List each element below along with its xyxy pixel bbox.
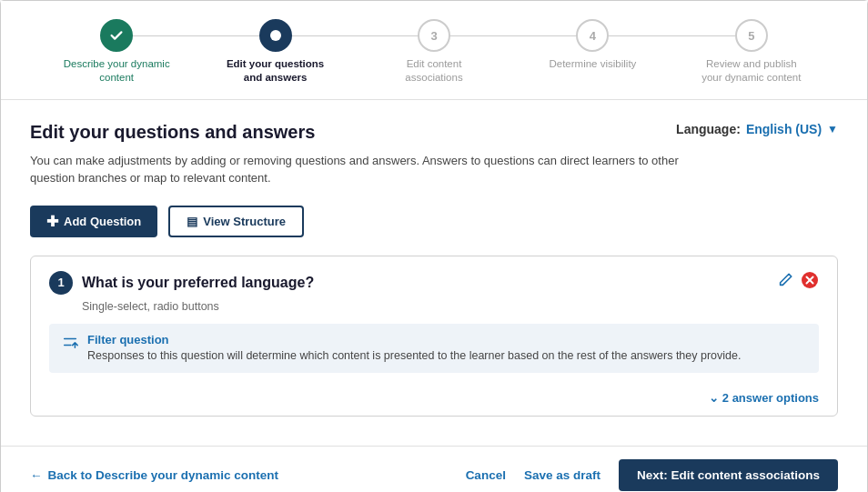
step-2[interactable]: Edit your questions and answers bbox=[196, 19, 354, 85]
question-header: 1 What is your preferred language? bbox=[49, 271, 819, 295]
step-4: 4 Determine visibility bbox=[513, 19, 671, 71]
filter-title: Filter question bbox=[87, 333, 741, 346]
language-label: Language: bbox=[676, 122, 741, 136]
delete-question-button[interactable] bbox=[801, 271, 819, 294]
filter-content: Filter question Responses to this questi… bbox=[87, 333, 741, 365]
next-button[interactable]: Next: Edit content associations bbox=[619, 459, 838, 491]
question-number: 1 bbox=[49, 271, 73, 295]
filter-icon bbox=[62, 334, 78, 354]
plus-icon: ✚ bbox=[46, 213, 58, 230]
back-label: Back to Describe your dynamic content bbox=[48, 468, 279, 482]
cancel-button[interactable]: Cancel bbox=[466, 468, 506, 482]
grid-icon: ▤ bbox=[187, 215, 197, 228]
step-4-label: Determine visibility bbox=[549, 57, 636, 71]
footer-right: Cancel Save as draft Next: Edit content … bbox=[466, 459, 838, 491]
step-1[interactable]: Describe your dynamic content bbox=[37, 19, 196, 85]
back-button[interactable]: ← Back to Describe your dynamic content bbox=[30, 468, 278, 482]
page-header: Edit your questions and answers Language… bbox=[30, 122, 838, 143]
main-content: Edit your questions and answers Language… bbox=[1, 100, 867, 447]
step-4-circle: 4 bbox=[576, 19, 609, 52]
question-text: What is your preferred language? bbox=[82, 275, 314, 291]
add-question-label: Add Question bbox=[64, 215, 141, 228]
question-card: 1 What is your preferred language? bbox=[30, 256, 838, 417]
add-question-button[interactable]: ✚ Add Question bbox=[30, 206, 157, 237]
question-header-left: 1 What is your preferred language? bbox=[49, 271, 314, 295]
cancel-label: Cancel bbox=[466, 468, 506, 482]
language-selector[interactable]: Language: English (US) ▼ bbox=[676, 122, 838, 136]
filter-question-box: Filter question Responses to this questi… bbox=[49, 324, 819, 374]
question-actions bbox=[777, 271, 819, 294]
view-structure-label: View Structure bbox=[203, 215, 286, 228]
step-5-circle: 5 bbox=[735, 19, 768, 52]
footer-left: ← Back to Describe your dynamic content bbox=[30, 468, 278, 482]
chevron-answer-icon: ⌄ bbox=[709, 391, 719, 405]
answer-options-row: ⌄ 2 answer options bbox=[49, 384, 819, 405]
next-label: Next: Edit content associations bbox=[637, 468, 820, 482]
page-title: Edit your questions and answers bbox=[30, 122, 315, 143]
step-2-label: Edit your questions and answers bbox=[221, 57, 330, 85]
action-buttons: ✚ Add Question ▤ View Structure bbox=[30, 206, 838, 237]
answer-options-label: 2 answer options bbox=[722, 391, 819, 405]
filter-desc: Responses to this question will determin… bbox=[87, 348, 741, 365]
save-draft-button[interactable]: Save as draft bbox=[524, 468, 601, 482]
page-description: You can make adjustments by adding or re… bbox=[30, 152, 722, 187]
main-window: Describe your dynamic content Edit your … bbox=[0, 0, 868, 492]
step-3-label: Edit content associations bbox=[379, 57, 489, 85]
language-value[interactable]: English (US) bbox=[746, 122, 822, 136]
step-2-circle bbox=[259, 19, 292, 52]
arrow-left-icon: ← bbox=[30, 468, 43, 482]
save-draft-label: Save as draft bbox=[524, 468, 601, 482]
step-5: 5 Review and publish your dynamic conten… bbox=[672, 19, 831, 85]
edit-question-button[interactable] bbox=[777, 272, 793, 293]
question-type: Single-select, radio buttons bbox=[82, 300, 819, 313]
step-1-label: Describe your dynamic content bbox=[62, 57, 171, 85]
view-structure-button[interactable]: ▤ View Structure bbox=[168, 206, 304, 237]
step-1-circle bbox=[100, 19, 133, 52]
step-3: 3 Edit content associations bbox=[355, 19, 513, 85]
stepper: Describe your dynamic content Edit your … bbox=[1, 1, 867, 100]
step-5-label: Review and publish your dynamic content bbox=[697, 57, 806, 85]
chevron-down-icon: ▼ bbox=[827, 123, 838, 136]
answer-options-link[interactable]: ⌄ 2 answer options bbox=[709, 391, 819, 405]
footer: ← Back to Describe your dynamic content … bbox=[1, 446, 867, 492]
step-3-circle: 3 bbox=[418, 19, 450, 52]
